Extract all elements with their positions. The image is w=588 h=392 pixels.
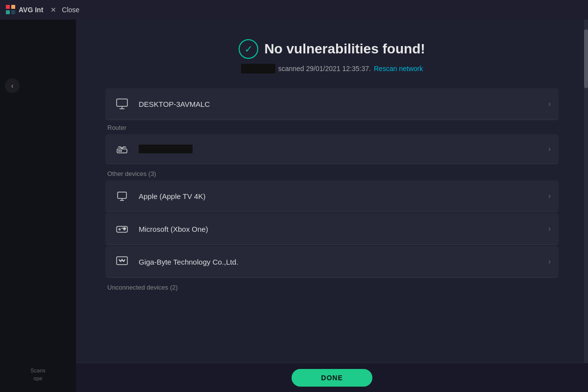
xbox-row[interactable]: Microsoft (Xbox One) ›: [105, 213, 559, 245]
unconnected-label: Unconnected devices (2): [105, 284, 559, 291]
svg-rect-9: [117, 226, 127, 232]
unconnected-section: Unconnected devices (2): [105, 284, 559, 291]
apple-tv-row[interactable]: Apple (Apple TV 4K) ›: [105, 180, 559, 212]
gigabyte-chevron-icon: ›: [548, 257, 551, 266]
appletv-chevron-icon: ›: [548, 192, 551, 200]
appletv-icon: [113, 187, 131, 205]
router-name-redacted: [139, 145, 193, 153]
back-button[interactable]: ‹: [5, 78, 20, 93]
header-section: ✓ No vulnerabilities found! scanned 29/0…: [105, 39, 559, 74]
redacted-hostname: [241, 64, 275, 74]
sidebar-bottom-text-2: ope: [30, 375, 46, 382]
app-name-label: AVG Int: [19, 6, 43, 14]
desktop-icon: [113, 95, 131, 113]
back-icon: ‹: [11, 82, 14, 90]
my-device-row[interactable]: DESKTOP-3AVMALC ›: [105, 88, 559, 120]
sidebar-bottom: Scans ope: [30, 367, 46, 392]
scrollbar-thumb[interactable]: [584, 29, 588, 88]
apple-tv-name: Apple (Apple TV 4K): [139, 192, 551, 200]
xbox-name: Microsoft (Xbox One): [139, 225, 551, 233]
router-section-label: Router: [105, 124, 559, 131]
router-chevron-icon: ›: [548, 145, 551, 153]
done-button[interactable]: DONE: [292, 369, 372, 387]
other-devices-section: Other devices (3) Apple (Apple TV 4K) ›: [105, 170, 559, 278]
scrollbar-track[interactable]: [584, 20, 588, 363]
svg-rect-0: [117, 99, 127, 106]
check-circle-icon: ✓: [239, 39, 258, 59]
avg-logo: AVG Int: [6, 5, 43, 15]
svg-point-17: [124, 228, 125, 229]
scanned-text: scanned 29/01/2021 12:35:37.: [278, 65, 371, 73]
close-icon: ✕: [49, 5, 58, 14]
my-device-name: DESKTOP-3AVMALC: [139, 100, 551, 108]
top-bar: AVG Int ✕ Close: [0, 0, 588, 20]
svg-point-5: [121, 150, 122, 151]
rescan-link[interactable]: Rescan network: [374, 65, 423, 73]
gigabyte-name: Giga-Byte Technology Co.,Ltd.: [139, 258, 551, 266]
gigabyte-row[interactable]: Giga-Byte Technology Co.,Ltd. ›: [105, 246, 559, 278]
sidebar-bottom-text-1: Scans: [30, 367, 46, 374]
svg-point-10: [119, 229, 121, 230]
status-title-text: No vulnerabilities found!: [264, 41, 425, 57]
xbox-icon: [113, 220, 131, 238]
other-devices-label: Other devices (3): [105, 170, 559, 177]
main-layout: ‹ Scans ope ✓ No vulnerabilities found!: [0, 20, 588, 392]
router-icon: [113, 140, 131, 158]
router-section: Router ›: [105, 124, 559, 164]
svg-point-4: [119, 150, 120, 151]
right-panel: ✓ No vulnerabilities found! scanned 29/0…: [76, 20, 588, 392]
close-label: Close: [62, 6, 79, 14]
svg-rect-6: [118, 192, 126, 198]
close-button[interactable]: ✕ Close: [49, 5, 79, 14]
gigabyte-icon: [113, 253, 131, 270]
subtitle-row: scanned 29/01/2021 12:35:37. Rescan netw…: [105, 64, 559, 74]
my-device-section: DESKTOP-3AVMALC ›: [105, 88, 559, 120]
status-title: ✓ No vulnerabilities found!: [105, 39, 559, 59]
router-row[interactable]: ›: [105, 134, 559, 164]
bottom-bar: DONE: [76, 363, 588, 392]
xbox-chevron-icon: ›: [548, 224, 551, 233]
content-area: ✓ No vulnerabilities found! scanned 29/0…: [76, 20, 588, 363]
left-sidebar: ‹ Scans ope: [0, 20, 76, 392]
chevron-right-icon: ›: [548, 99, 551, 108]
